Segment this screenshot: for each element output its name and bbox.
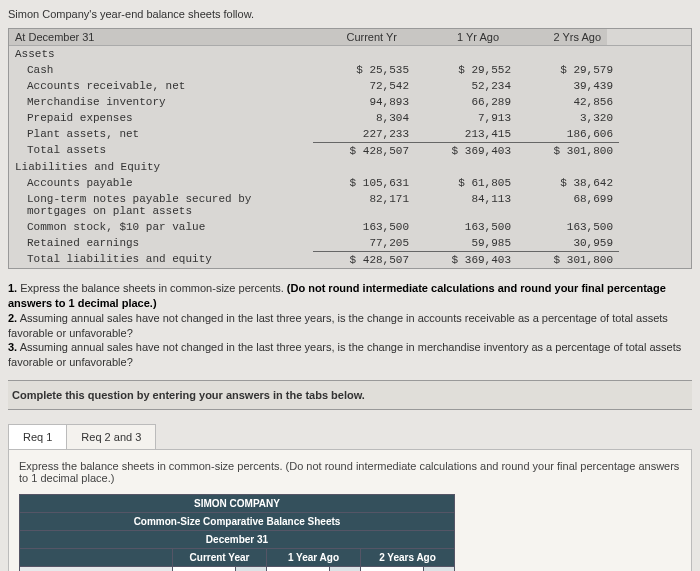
row-common-v0: 163,500 bbox=[313, 219, 415, 235]
col-2yr: 2 Yrs Ago bbox=[505, 29, 607, 45]
tab-req2and3[interactable]: Req 2 and 3 bbox=[66, 424, 156, 449]
row-ap-v0: $ 105,631 bbox=[313, 175, 415, 191]
row-plant-v1: 213,415 bbox=[415, 126, 517, 142]
pct-label bbox=[236, 567, 267, 571]
q2-num: 2. bbox=[8, 312, 17, 324]
row-tle-label: Total liabilities and equity bbox=[9, 251, 313, 268]
liab-header: Liabilities and Equity bbox=[9, 159, 301, 175]
row-ar-v2: 39,439 bbox=[517, 78, 619, 94]
row-cash-v0: $ 25,535 bbox=[313, 62, 415, 78]
question-list: 1. Express the balance sheets in common-… bbox=[8, 281, 692, 370]
row-plant-v0: 227,233 bbox=[313, 126, 415, 142]
date-label: At December 31 bbox=[9, 29, 301, 45]
q1-text: Express the balance sheets in common-siz… bbox=[17, 282, 287, 294]
row-merch-v1: 66,289 bbox=[415, 94, 517, 110]
row-ltn-v1: 84,113 bbox=[415, 191, 517, 219]
row-ltn-v0: 82,171 bbox=[313, 191, 415, 219]
q3-num: 3. bbox=[8, 341, 17, 353]
row-merch-v0: 94,893 bbox=[313, 94, 415, 110]
row-plant-v2: 186,606 bbox=[517, 126, 619, 142]
col-current: Current Yr bbox=[301, 29, 403, 45]
row-ap-v2: $ 38,642 bbox=[517, 175, 619, 191]
pct-label bbox=[424, 567, 455, 571]
row-cash-v2: $ 29,579 bbox=[517, 62, 619, 78]
row-common-v1: 163,500 bbox=[415, 219, 517, 235]
row-ap-v1: $ 61,805 bbox=[415, 175, 517, 191]
row-tle-v1: $ 369,403 bbox=[415, 251, 517, 268]
row-ltn-v2: 68,699 bbox=[517, 191, 619, 219]
row-ar-v1: 52,234 bbox=[415, 78, 517, 94]
input-cell[interactable] bbox=[267, 567, 330, 571]
row-ta-v1: $ 369,403 bbox=[415, 142, 517, 159]
row-re-v2: 30,959 bbox=[517, 235, 619, 251]
row-ar-v0: 72,542 bbox=[313, 78, 415, 94]
ans-subtitle: Common-Size Comparative Balance Sheets bbox=[20, 513, 455, 531]
row-ar-label: Accounts receivable, net bbox=[9, 78, 313, 94]
tab-instruction: Express the balance sheets in common-siz… bbox=[19, 460, 681, 484]
row-prepaid-label: Prepaid expenses bbox=[9, 110, 313, 126]
balance-sheet-table: At December 31 Current Yr 1 Yr Ago 2 Yrs… bbox=[8, 28, 692, 269]
page-title: Simon Company's year-end balance sheets … bbox=[8, 8, 692, 20]
row-cash-label: Cash bbox=[9, 62, 313, 78]
row-re-v1: 59,985 bbox=[415, 235, 517, 251]
row-ltn-label: Long-term notes payable secured by mortg… bbox=[9, 191, 313, 219]
row-common-label: Common stock, $10 par value bbox=[9, 219, 313, 235]
tab-content: Express the balance sheets in common-siz… bbox=[8, 449, 692, 571]
tab-req1[interactable]: Req 1 bbox=[8, 424, 66, 449]
ans-col-2yr: 2 Years Ago bbox=[361, 549, 455, 567]
row-cash-v1: $ 29,552 bbox=[415, 62, 517, 78]
ans-row-assets: Assets bbox=[20, 567, 173, 571]
answer-table: SIMON COMPANY Common-Size Comparative Ba… bbox=[19, 494, 455, 571]
q2-text: Assuming annual sales have not changed i… bbox=[8, 312, 668, 339]
row-merch-v2: 42,856 bbox=[517, 94, 619, 110]
row-re-v0: 77,205 bbox=[313, 235, 415, 251]
assets-header: Assets bbox=[9, 46, 301, 62]
ans-col-1yr: 1 Year Ago bbox=[267, 549, 361, 567]
q3-text: Assuming annual sales have not changed i… bbox=[8, 341, 681, 368]
ans-company: SIMON COMPANY bbox=[20, 495, 455, 513]
q1-num: 1. bbox=[8, 282, 17, 294]
row-re-label: Retained earnings bbox=[9, 235, 313, 251]
row-prepaid-v0: 8,304 bbox=[313, 110, 415, 126]
row-tle-v2: $ 301,800 bbox=[517, 251, 619, 268]
ans-col-current: Current Year bbox=[173, 549, 267, 567]
row-merch-label: Merchandise inventory bbox=[9, 94, 313, 110]
input-cell[interactable] bbox=[361, 567, 424, 571]
row-prepaid-v2: 3,320 bbox=[517, 110, 619, 126]
tab-bar: Req 1 Req 2 and 3 bbox=[8, 424, 692, 449]
row-ap-label: Accounts payable bbox=[9, 175, 313, 191]
row-ta-v2: $ 301,800 bbox=[517, 142, 619, 159]
row-common-v2: 163,500 bbox=[517, 219, 619, 235]
pct-label bbox=[330, 567, 361, 571]
row-plant-label: Plant assets, net bbox=[9, 126, 313, 142]
ans-date: December 31 bbox=[20, 531, 455, 549]
input-cell[interactable] bbox=[173, 567, 236, 571]
col-1yr: 1 Yr Ago bbox=[403, 29, 505, 45]
row-tle-v0: $ 428,507 bbox=[313, 251, 415, 268]
row-ta-v0: $ 428,507 bbox=[313, 142, 415, 159]
row-ta-label: Total assets bbox=[9, 142, 313, 159]
row-prepaid-v1: 7,913 bbox=[415, 110, 517, 126]
complete-instruction: Complete this question by entering your … bbox=[8, 380, 692, 410]
